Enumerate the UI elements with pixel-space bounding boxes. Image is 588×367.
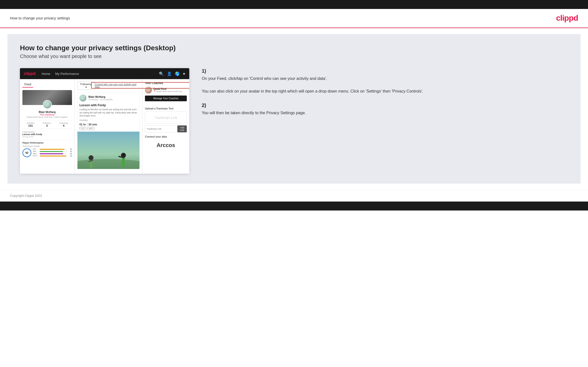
post-header: Blair McHarg Yesterday · Sunningdale <box>77 93 139 104</box>
instruction-1-number: 1) <box>202 68 566 74</box>
svg-point-2 <box>89 155 94 160</box>
app-right-sidebar: Your Coaches David Ford 📍 Royal North De… <box>142 79 189 174</box>
profile-avatar <box>43 100 52 109</box>
stat-following: Following 4 <box>60 122 68 127</box>
player-performance-section: Player Performance Total Player Quality … <box>22 140 72 157</box>
coach-name: David Ford <box>153 88 182 90</box>
svg-point-1 <box>77 159 139 169</box>
clippd-logo: clippd <box>556 13 578 23</box>
tpq-bar-row: PUTT 96 <box>33 155 72 157</box>
tpq-bar-label: PUTT <box>33 155 39 157</box>
profile-club: Royal North Devon Golf Club, United King… <box>22 116 72 118</box>
post-image <box>77 132 139 169</box>
tpq-bar-fill <box>40 151 63 152</box>
trackman-link-area: Trackman Link <box>145 111 187 124</box>
stat-followers-value: 3 <box>43 124 51 127</box>
top-bar <box>0 0 588 9</box>
trackman-link-input[interactable] <box>145 125 176 132</box>
avatar-icon[interactable]: ● <box>183 71 185 76</box>
globe-icon[interactable]: 🌎 <box>175 71 180 76</box>
profile-tag: Plus Handicap <box>22 113 72 116</box>
stat-following-label: Following <box>60 122 68 124</box>
tpq-bar-fill <box>40 149 65 150</box>
profile-avatar-wrap <box>22 100 72 110</box>
latest-activity-date: 03 Aug 2022 <box>22 136 72 138</box>
app-mockup: clippd Home My Performance 🔍 👤 🌎 ● Feed <box>20 68 189 174</box>
profile-avatar-inner <box>43 101 51 108</box>
tpq-label: Total Player Quality <box>22 145 72 147</box>
post-card: Blair McHarg Yesterday · Sunningdale Les… <box>77 92 140 169</box>
tpq-bar-value: 96 <box>68 155 72 157</box>
control-privacy-link[interactable]: Control who can see your activity and da… <box>95 83 140 89</box>
stat-followers: Followers 3 <box>43 122 51 127</box>
tpq-bar-track <box>40 156 67 157</box>
arccos-title: Arccos <box>145 140 187 151</box>
nav-my-performance[interactable]: My Performance <box>55 72 79 76</box>
post-user-meta: Yesterday · Sunningdale <box>88 98 113 101</box>
app-logo: clippd <box>24 71 36 76</box>
location-icon: 📍 <box>153 90 156 93</box>
tpq-content: 92 OTT 90 APP 85 ARG <box>22 148 72 157</box>
tpq-bar-label: APP <box>33 151 39 152</box>
svg-rect-6 <box>122 158 125 166</box>
post-title: Lesson with Fordy <box>77 104 139 108</box>
app-body: Feed Blair McHarg Plus Handicap Royal No… <box>20 79 189 174</box>
connect-section: Connect your data Arccos <box>145 135 187 151</box>
coach-club-name: Royal North Devon Golf Club <box>156 90 182 93</box>
post-duration: Duration <box>77 119 139 123</box>
post-image-svg <box>77 132 139 169</box>
coach-item: David Ford 📍 Royal North Devon Golf Club <box>145 87 187 94</box>
player-performance-title: Player Performance <box>22 140 72 144</box>
tag-app: APP <box>87 127 94 130</box>
copyright-text: Copyright Clippd 2022 <box>10 194 42 198</box>
nav-home[interactable]: Home <box>42 72 50 76</box>
following-button[interactable]: Following ▾ <box>77 82 95 90</box>
trackman-input-row: Add Link <box>145 125 187 132</box>
manage-coaches-button[interactable]: Manage Your Coaches <box>145 96 187 101</box>
tpq-bar-label: OTT <box>33 148 39 150</box>
tpq-bar-value: 86 <box>68 153 72 155</box>
connect-title: Connect your data <box>145 135 187 138</box>
post-user-name: Blair McHarg <box>88 95 113 98</box>
stat-followers-label: Followers <box>43 122 51 124</box>
app-feed: Following ▾ Control who can see your act… <box>75 79 142 174</box>
page-heading: How to change your privacy settings (Des… <box>20 44 568 52</box>
tpq-bar-fill <box>40 156 66 157</box>
stat-activities-label: Activities <box>27 122 35 124</box>
bottom-bar <box>0 202 588 210</box>
tpq-bar-label: ARG <box>33 153 39 155</box>
page-subheading: Choose what you want people to see <box>20 53 568 59</box>
main-content: How to change your privacy settings (Des… <box>7 34 581 184</box>
feed-tab[interactable]: Feed <box>22 82 33 88</box>
header-divider <box>0 28 588 28</box>
add-link-button[interactable]: Add Link <box>177 125 187 132</box>
trackman-title: Upload a Trackman Test <box>145 107 187 110</box>
app-nav-icons: 🔍 👤 🌎 ● <box>159 71 185 76</box>
latest-activity-value: Lesson with Fordy <box>22 133 72 136</box>
coaches-title: Your Coaches <box>145 82 187 85</box>
tpq-bar-row: ARG 86 <box>33 153 72 155</box>
instruction-2-number: 2) <box>202 103 566 108</box>
footer: Copyright Clippd 2022 <box>0 190 588 202</box>
search-icon[interactable]: 🔍 <box>159 71 164 76</box>
tpq-bar-row: APP 85 <box>33 151 72 152</box>
tpq-bars: OTT 90 APP 85 ARG 86 PUTT <box>33 148 72 157</box>
coaches-section: Your Coaches David Ford 📍 Royal North De… <box>145 82 187 104</box>
duration-label: Duration <box>79 119 88 121</box>
app-navbar: clippd Home My Performance 🔍 👤 🌎 ● <box>20 68 189 79</box>
instruction-2: 2) You will then be taken directly to th… <box>202 103 566 116</box>
profile-name: Blair McHarg <box>22 110 72 113</box>
tpq-bar-track <box>40 151 67 152</box>
tag-ott: OTT <box>79 127 86 130</box>
tpq-bar-track <box>40 149 67 150</box>
app-nav-items: Home My Performance <box>42 72 159 76</box>
feed-header: Following ▾ Control who can see your act… <box>77 82 140 90</box>
header: How to change your privacy settings clip… <box>0 9 588 28</box>
post-desc: Looking to feel like my hands are exitin… <box>77 108 139 119</box>
app-left-sidebar: Feed Blair McHarg Plus Handicap Royal No… <box>20 79 75 174</box>
instruction-1-text: On your Feed, click/tap on 'Control who … <box>202 75 566 95</box>
tpq-bar-row: OTT 90 <box>33 148 72 150</box>
stat-following-value: 4 <box>60 124 68 127</box>
screenshot-container: clippd Home My Performance 🔍 👤 🌎 ● Feed <box>20 68 568 174</box>
user-icon[interactable]: 👤 <box>167 71 172 76</box>
